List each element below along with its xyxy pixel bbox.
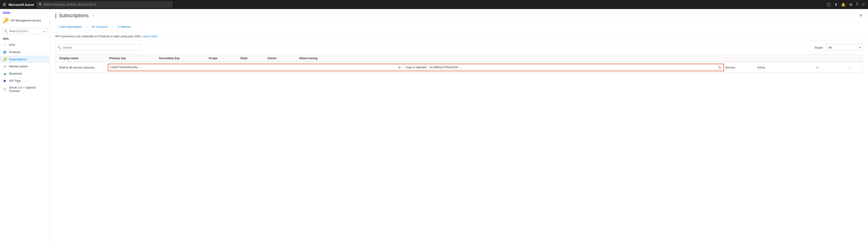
- search-input-box[interactable]: 🔍 Search: [55, 44, 141, 51]
- named-values-icon: ≡: [3, 64, 7, 68]
- subscriptions-icon: 🔑: [3, 57, 7, 61]
- cell-state: Active: [756, 63, 783, 71]
- secondary-key-value: ec10b9a25f8a41929...: [430, 66, 717, 69]
- notification-icon[interactable]: 🔔: [841, 2, 846, 7]
- info-bar: API consumers can subscribe to Products …: [50, 32, 868, 40]
- breadcrumb: Home ›: [0, 9, 50, 16]
- toolbar-separator-2: |: [112, 25, 113, 28]
- backends-icon: ☁: [3, 71, 7, 75]
- cell-owner: [783, 65, 814, 69]
- allow-tracing-check-icon: ✓: [816, 65, 819, 69]
- toolbar: + Add subscription | ≡≡ Columns | ↻ Refr…: [50, 22, 868, 32]
- sidebar-item-named-values[interactable]: ≡ Named values: [0, 63, 50, 70]
- search-placeholder: Search resources, services, and docs (G+…: [43, 3, 96, 6]
- api-tags-icon: ◆: [3, 79, 7, 83]
- sidebar-search[interactable]: 🔍 Search (Cmd+/) «: [2, 28, 47, 34]
- close-button[interactable]: ✕: [859, 13, 863, 18]
- col-header-allow-tracing: Allow tracing: [298, 55, 329, 62]
- breadcrumb-home[interactable]: Home: [3, 11, 10, 14]
- sidebar-item-subscriptions[interactable]: 🔑 Subscriptions: [0, 56, 50, 63]
- info-text: API consumers can subscribe to Products …: [55, 35, 142, 38]
- service-name-label: API Management service: [11, 19, 41, 22]
- cell-allow-tracing: ✓: [814, 63, 846, 72]
- search-icon: 🔍: [39, 3, 42, 6]
- toolbar-separator-1: |: [87, 25, 87, 28]
- sidebar-item-products[interactable]: ▦ Products: [0, 48, 50, 56]
- sidebar-section-apis: APIs: [0, 36, 50, 41]
- sidebar-item-apis-label: APIs: [9, 43, 15, 47]
- upload-icon[interactable]: ⬆: [835, 2, 837, 7]
- sidebar: Home › 🔑 API Management service 🔍 Search…: [0, 9, 50, 244]
- scope-wrapper: All Product API Global ▾: [827, 44, 863, 51]
- sidebar-item-oauth-label: OAuth 2.0 + OpenID Connect: [9, 86, 47, 93]
- main-header: | Subscriptions ··· ✕: [50, 9, 868, 22]
- top-navigation: ☰ Microsoft Azure 🔍 Search resources, se…: [0, 0, 868, 9]
- cloud-shell-icon[interactable]: ⬛: [827, 2, 831, 7]
- service-header: 🔑 API Management service: [0, 16, 50, 26]
- copy-to-clipboard-label: Copy to clipboard: [404, 66, 428, 69]
- search-input-placeholder: Search: [63, 46, 72, 49]
- secondary-key-copy-button[interactable]: ⧉: [717, 65, 722, 70]
- breadcrumb-separator: ›: [11, 11, 12, 14]
- cell-scope: Service: [724, 63, 756, 71]
- col-header-actions: [329, 55, 343, 62]
- col-header-state: State: [239, 55, 266, 62]
- search-input-icon: 🔍: [58, 46, 61, 49]
- sidebar-item-named-values-label: Named values: [9, 65, 28, 68]
- col-header-primary-key: Primary key: [108, 55, 158, 62]
- azure-logo: Microsoft Azure: [8, 3, 34, 6]
- sidebar-item-subscriptions-label: Subscriptions: [9, 58, 27, 61]
- settings-icon[interactable]: ⚙: [849, 2, 852, 7]
- nav-icon-group: ⬛ ⬆ 🔔 ⚙ ? ☺: [827, 2, 865, 7]
- main-content: | Subscriptions ··· ✕ + Add subscription…: [50, 9, 868, 244]
- key-divider: [403, 65, 403, 69]
- sidebar-item-api-tags-label: API Tags: [9, 79, 21, 83]
- scope-label: Scope: [814, 46, 823, 49]
- table-row: Built-in all-access subscrip... 110d5f14…: [55, 62, 862, 73]
- sidebar-search-placeholder: Search (Cmd+/): [9, 30, 28, 33]
- oauth-icon: 🛡: [3, 87, 7, 91]
- global-search-bar[interactable]: 🔍 Search resources, services, and docs (…: [37, 2, 173, 7]
- page-title: Subscriptions: [59, 13, 89, 19]
- col-header-scope: Scope: [207, 55, 239, 62]
- service-key-icon: 🔑: [3, 18, 9, 24]
- sidebar-item-oauth[interactable]: 🛡 OAuth 2.0 + OpenID Connect: [0, 84, 50, 94]
- content-area: 🔍 Search Scope All Product API Global ▾: [50, 40, 868, 77]
- sidebar-item-apis[interactable]: → APIs: [0, 41, 50, 48]
- subscriptions-table: Display name Primary key Secondary key S…: [55, 55, 863, 73]
- row-actions-button[interactable]: ···: [847, 64, 852, 70]
- help-icon[interactable]: ?: [856, 2, 858, 7]
- hamburger-menu[interactable]: ☰: [3, 2, 6, 7]
- col-header-display-name: Display name: [58, 55, 108, 62]
- page-title-area: | Subscriptions ···: [55, 13, 859, 19]
- title-more-button[interactable]: ···: [92, 13, 95, 18]
- refresh-button[interactable]: ↻ Refresh: [115, 24, 133, 30]
- sidebar-item-products-label: Products: [9, 50, 21, 54]
- columns-button[interactable]: ≡≡ Columns: [89, 24, 110, 30]
- title-divider: |: [55, 13, 57, 19]
- sidebar-item-api-tags[interactable]: ◆ API Tags: [0, 77, 50, 84]
- col-header-secondary-key: Secondary key: [158, 55, 207, 62]
- learn-more-link[interactable]: Learn more: [143, 35, 157, 38]
- table-header: Display name Primary key Secondary key S…: [55, 55, 862, 62]
- cell-display-name: Built-in all-access subscrip...: [58, 63, 108, 71]
- sidebar-collapse-btn[interactable]: «: [43, 29, 45, 33]
- keys-highlighted-area: 110d5f149f664a10a... ⧉ Copy to clipboard…: [108, 64, 724, 71]
- col-header-owner: Owner: [266, 55, 298, 62]
- primary-key-value: 110d5f149f664a10a...: [110, 66, 397, 69]
- sidebar-item-backends[interactable]: ☁ Backends: [0, 70, 50, 77]
- add-subscription-button[interactable]: + Add subscription: [55, 24, 85, 30]
- sidebar-search-icon: 🔍: [4, 30, 8, 33]
- sidebar-item-backends-label: Backends: [9, 72, 22, 75]
- apis-icon: →: [3, 43, 7, 47]
- scope-select[interactable]: All Product API Global: [827, 44, 863, 51]
- account-icon[interactable]: ☺: [862, 2, 865, 7]
- primary-key-copy-button[interactable]: ⧉: [397, 65, 402, 70]
- cell-row-actions: ···: [846, 62, 860, 72]
- search-filter-row: 🔍 Search Scope All Product API Global ▾: [55, 44, 863, 51]
- products-icon: ▦: [3, 50, 7, 54]
